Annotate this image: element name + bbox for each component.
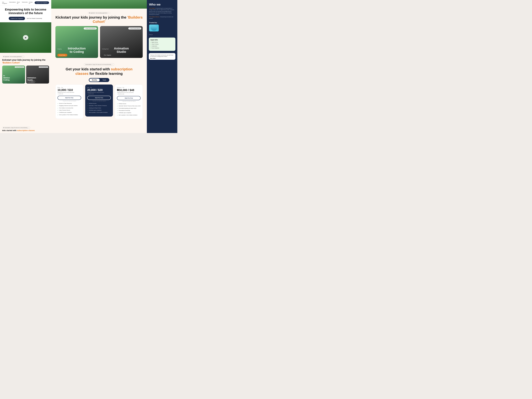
left-course-name-coding: InductionCoding xyxy=(3,75,24,81)
left-sub-badge-category: Subscriptions xyxy=(5,127,11,128)
mid-old-price: → 18,000 / $18 xyxy=(87,93,111,94)
trust-logo-inner xyxy=(151,25,157,31)
basic-feature-0: ✓Access to Class Resources xyxy=(57,103,81,104)
mid-cohort-badge: Application Now accepting applications → xyxy=(88,12,110,14)
hero-cta-primary[interactable]: Explore Our Programs xyxy=(9,17,25,20)
mid-sub-badge-arrow: → xyxy=(112,64,113,65)
mid-trial-note: 7-day trial. No credit card required xyxy=(87,101,111,101)
mid-courses-row: + Free Course Bonus Ongoing Introduction… xyxy=(55,26,143,58)
badge-category-label: Application xyxy=(5,56,9,57)
badge-dot xyxy=(3,56,4,57)
basic-tier-label: Basic - Tier xyxy=(57,87,81,88)
hero-section: Empowering kids to become innovators of … xyxy=(0,6,51,21)
skill-item-2: Collaboration xyxy=(151,45,174,47)
mid-cohort-section: Application Now accepting applications →… xyxy=(51,9,147,60)
our-programs-text: Our pr xyxy=(149,34,175,35)
hero-image xyxy=(0,22,51,53)
cohort-application-badge: Application Now accepting applications → xyxy=(2,56,25,57)
check-icon: ✓ xyxy=(87,112,88,113)
mid-badge-text: Now accepting applications xyxy=(96,13,108,13)
check-icon: ✓ xyxy=(57,105,58,107)
nav-link-about[interactable]: About Us xyxy=(17,1,21,4)
middle-column: Application Now accepting applications →… xyxy=(51,0,147,133)
check-icon: ✓ xyxy=(57,103,58,104)
nav-cta-button[interactable]: Explore Our Programs xyxy=(35,1,49,4)
check-icon: ✓ xyxy=(87,110,88,111)
left-sub-teaser-title: kids started with subscription classes xyxy=(2,129,49,132)
premium-feature-5: ✓Slot to partake in Tech Kiddies Exhibit… xyxy=(117,114,141,116)
our-programs-label: Our pr xyxy=(147,33,177,36)
premium-tier-label: Premium - Tier xyxy=(117,87,141,88)
mid-feature-list: ✓All Basic Access ✓Automatic 2 Times Tea… xyxy=(87,103,111,114)
mid-feature-3: ✓Certificate upon completion xyxy=(87,110,111,111)
mid-course-btn-coding[interactable]: Enroll Now xyxy=(57,54,67,57)
skill-item-1: Critical Thinking xyxy=(151,43,174,45)
nav-link-subscriptions[interactable]: Subscriptions xyxy=(9,1,16,4)
basic-feature-4: ✓Certificate upon completion xyxy=(57,112,81,113)
premium-feature-4: ✓Certificate upon completion xyxy=(117,112,141,114)
trust-logo xyxy=(149,25,159,32)
left-course-btn-animation[interactable]: Pre- Register xyxy=(27,81,35,83)
mid-course-card-animation: + Free Course Bonus Coming Soon Animatio… xyxy=(100,26,143,58)
premium-price: ₦50,000 / $48 xyxy=(117,89,141,92)
mid-sub-badge-text: Enjoy 5% discount on Annual Booking xyxy=(93,64,111,65)
nav-link-contact[interactable]: Contact Us xyxy=(29,1,33,4)
hero-cta-secondary[interactable]: Join Our Parent Community xyxy=(26,17,43,20)
mid-tier-label: Mid - Tier xyxy=(87,87,111,88)
basic-feature-list: ✓Access to Class Resources ✓Engaging Cla… xyxy=(57,103,81,116)
basic-trial-note: 7-day trial. No credit card required xyxy=(57,101,81,101)
premium-start-btn[interactable]: Start For Free xyxy=(117,96,141,100)
mid-subscriptions-section: Subscriptions Enjoy 5% discount on Annua… xyxy=(51,60,147,122)
mid-feature-2: ✓Grading and Report Sheet xyxy=(87,107,111,109)
check-icon: ✓ xyxy=(117,105,118,107)
testimonial-text: Thank you Tech Kiddies for all you do, y… xyxy=(150,54,174,57)
pricing-card-basic: Basic - Tier 10,000 / $10 Ongoing Discou… xyxy=(55,84,83,119)
left-column: Our Programs Subscriptions About Us Test… xyxy=(0,0,51,133)
pricing-row: Basic - Tier 10,000 / $10 Ongoing Discou… xyxy=(55,84,143,119)
left-courses-row: + Free Course Bonus Ongoing InductionCod… xyxy=(2,65,49,83)
mid-top-image-inner xyxy=(51,0,147,9)
nav-links: Our Programs Subscriptions About Us Test… xyxy=(2,1,33,4)
hero-child-photo xyxy=(0,22,51,53)
toggle-yearly[interactable]: Yearly xyxy=(100,79,109,82)
check-icon: ✓ xyxy=(57,114,58,116)
left-sub-badge-text: Enjoy 5% discount on Annual Booking xyxy=(11,127,27,128)
skill-item-3: Future Readiness xyxy=(151,47,174,49)
digital-skills-list: Digital Literacy Critical Thinking Colla… xyxy=(151,41,174,49)
premium-feature-0: ✓All Basic Access xyxy=(117,103,141,105)
mid-course-name-coding: Introductionto Coding xyxy=(57,47,96,53)
mid-course-bonus-coding: + Free Course Bonus xyxy=(84,27,97,30)
check-icon: ✓ xyxy=(57,108,58,109)
digital-skills-title: Digital Skills xyxy=(151,39,174,41)
left-sub-teaser-highlight: subscription classes xyxy=(17,129,35,132)
mid-cohort-highlight: 'Builders Cohort' xyxy=(93,15,143,24)
cohort-title-highlight: 'Builders Cohort' xyxy=(2,62,20,64)
mid-course-bonus-animation: + Free Course Bonus xyxy=(128,27,141,30)
left-course-card-coding: + Free Course Bonus Ongoing InductionCod… xyxy=(2,65,25,83)
mid-course-name-animation: AnimationStudio xyxy=(102,47,141,53)
premium-feature-list: ✓All Basic Access ✓Automatic Teacher Pre… xyxy=(117,103,141,116)
trusted-label: Trusted by: xyxy=(149,22,175,23)
mid-start-btn[interactable]: Start For Free xyxy=(87,96,111,100)
mid-badge-dot xyxy=(89,13,90,13)
left-course-bonus-animation: + Free Course Bonus xyxy=(39,66,48,68)
mid-sub-title: Get your kids started with subscriptionc… xyxy=(55,67,143,76)
basic-feature-5: ✓Slot to partake in Tech Kiddies Exhibit… xyxy=(57,114,81,116)
influence-label: Tech Kiddies Influence : xyxy=(149,16,160,18)
basic-start-btn[interactable]: Start For Free xyxy=(57,96,81,100)
premium-trial-note: 7-day trial. No credit card required xyxy=(117,101,141,102)
check-icon: ✓ xyxy=(57,110,58,111)
check-icon: ✓ xyxy=(117,112,118,114)
mid-desc: Ongoing Discount for early subscribers xyxy=(87,92,111,93)
mid-course-btn-animation[interactable]: Pre- Register xyxy=(102,54,113,57)
premium-old-price: → ₦48,000 / $39 xyxy=(117,94,141,95)
mid-feature-4: ✓Slot to partake in Tech Kiddies Exhibit… xyxy=(87,112,111,113)
basic-feature-1: ✓Engaging Classroom plus Quiz sections xyxy=(57,105,81,107)
check-icon: ✓ xyxy=(87,103,88,104)
badge-arrow: → xyxy=(22,56,23,57)
check-icon: ✓ xyxy=(87,108,88,109)
toggle-monthly[interactable]: Monthly xyxy=(89,79,100,82)
nav-link-testimonies[interactable]: Testimonies xyxy=(22,1,28,4)
who-we-influence: Tech Kiddies Influence : Empowering inno… xyxy=(149,16,175,19)
nav-link-programs[interactable]: Our Programs xyxy=(2,1,8,4)
